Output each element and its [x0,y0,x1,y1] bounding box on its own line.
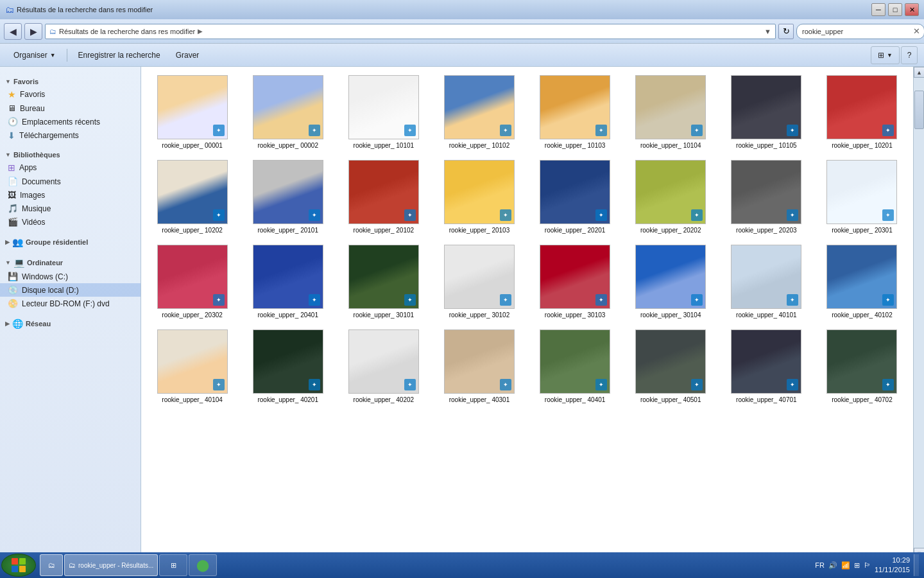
burn-button[interactable]: Graver [169,46,207,64]
sidebar-header-network[interactable]: ▶ 🌐 Réseau [0,315,141,331]
thumb-overlay-icon: ✦ [691,294,703,306]
back-button[interactable]: ◀ [4,23,22,40]
sidebar-header-homegroup[interactable]: ▶ 👥 Groupe résidentiel [0,234,141,249]
clock[interactable]: 10:29 11/11/2015 [875,556,910,575]
address-path[interactable]: 🗂 Résultats de la recherche dans res mod… [45,24,776,39]
taskbar-chrome-button[interactable]: ⬤ [189,554,217,576]
file-name: rookie_upper_ 20202 [640,226,701,234]
sidebar-header-favorites[interactable]: ▼ Favoris [0,74,141,87]
search-input[interactable] [796,24,924,39]
sidebar-section-favorites: ▼ Favoris ★ Favoris 🖥 Bureau 🕐 Emplaceme… [0,72,141,145]
minimize-button[interactable]: ─ [871,3,886,16]
file-item[interactable]: ✦rookie_upper_ 40501 [625,326,717,407]
file-item[interactable]: ✦rookie_upper_ 30102 [433,241,525,322]
favorites-label: Favoris [13,78,38,85]
file-thumbnail: ✦ [826,245,897,309]
sidebar-item-bureau[interactable]: 🖥 Bureau [0,101,141,115]
file-item[interactable]: ✦rookie_upper_ 40202 [338,326,429,407]
thumb-overlay-icon: ✦ [213,294,225,306]
triangle-icon-home: ▶ [5,239,10,245]
file-name: rookie_upper_ 20102 [354,226,415,234]
sidebar-item-videos[interactable]: 🎬 Vidéos [0,215,141,229]
file-item[interactable]: ✦rookie_upper_ 10104 [625,72,717,153]
organize-button[interactable]: Organiser ▼ [6,46,63,64]
save-search-button[interactable]: Enregistrer la recherche [71,46,167,64]
address-bar: ◀ ▶ 🗂 Résultats de la recherche dans res… [0,19,924,44]
file-item[interactable]: ✦rookie_upper_ 20103 [433,157,525,238]
file-name: rookie_upper_ 10101 [354,141,415,150]
taskbar-explorer-button[interactable]: 🗂 [40,554,63,576]
file-item[interactable]: ✦rookie_upper_ 20401 [242,241,334,322]
organize-arrow-icon: ▼ [50,52,56,58]
scroll-thumb[interactable] [914,91,924,129]
file-item[interactable]: ✦rookie_upper_ 00002 [242,72,334,153]
file-item[interactable]: ✦rookie_upper_ 10105 [721,72,812,153]
sidebar-item-apps[interactable]: ⊞ Apps [0,161,141,175]
close-button[interactable]: ✕ [905,3,919,16]
file-item[interactable]: ✦rookie_upper_ 40201 [242,326,334,407]
file-item[interactable]: ✦rookie_upper_ 40702 [816,326,908,407]
file-item[interactable]: ✦rookie_upper_ 20102 [338,157,429,238]
sidebar-item-music[interactable]: 🎵 Musique [0,202,141,215]
file-thumbnail: ✦ [253,75,323,139]
file-thumbnail: ✦ [635,75,706,139]
sidebar-header-libraries[interactable]: ▼ Bibliothèques [0,148,141,161]
file-item[interactable]: ✦rookie_upper_ 20302 [146,241,238,322]
file-item[interactable]: ✦rookie_upper_ 20203 [721,157,812,238]
start-button[interactable] [1,554,36,577]
file-thumbnail: ✦ [157,75,228,139]
file-item[interactable]: ✦rookie_upper_ 20202 [625,157,717,238]
tray-volume-icon[interactable]: 🔊 [828,561,837,570]
file-item[interactable]: ✦rookie_upper_ 40104 [146,326,238,407]
sidebar-header-computer[interactable]: ▼ 💻 Ordinateur [0,254,141,270]
thumb-overlay-icon: ✦ [882,379,894,390]
file-item[interactable]: ✦rookie_upper_ 30103 [529,241,621,322]
sidebar-label-images: Images [20,191,45,200]
help-button[interactable]: ? [901,46,918,64]
scroll-track[interactable] [914,78,924,548]
taskbar-window-button[interactable]: 🗂 rookie_upper - Résultats... [64,554,158,576]
thumb-overlay-icon: ✦ [213,125,225,136]
scroll-arrow-up[interactable]: ▲ [914,67,924,78]
file-item[interactable]: ✦rookie_upper_ 20301 [816,157,908,238]
sidebar-item-recent[interactable]: 🕐 Emplacements récents [0,115,141,128]
file-item[interactable]: ✦rookie_upper_ 40101 [721,241,812,322]
file-item[interactable]: ✦rookie_upper_ 10102 [433,72,525,153]
file-item[interactable]: ✦rookie_upper_ 30104 [625,241,717,322]
sidebar-item-documents[interactable]: 📄 Documents [0,175,141,188]
tray-windows-icon[interactable]: ⊞ [854,561,860,570]
file-item[interactable]: ✦rookie_upper_ 40401 [529,326,621,407]
search-clear-icon[interactable]: ✕ [913,26,920,36]
file-item[interactable]: ✦rookie_upper_ 10201 [816,72,908,153]
refresh-button[interactable]: ↻ [778,24,794,39]
file-item[interactable]: ✦rookie_upper_ 10202 [146,157,238,238]
dropdown-arrow[interactable]: ▼ [764,28,771,35]
sidebar-item-favorites[interactable]: ★ Favoris [0,87,141,101]
file-item[interactable]: ✦rookie_upper_ 40102 [816,241,908,322]
file-name: rookie_upper_ 20103 [449,226,510,234]
file-name: rookie_upper_ 20302 [162,311,223,319]
file-item[interactable]: ✦rookie_upper_ 20201 [529,157,621,238]
file-item[interactable]: ✦rookie_upper_ 30101 [338,241,429,322]
sidebar-item-downloads[interactable]: ⬇ Téléchargements [0,128,141,143]
sidebar-item-dvd-f[interactable]: 📀 Lecteur BD-ROM (F:) dvd [0,297,141,310]
maximize-button[interactable]: □ [888,3,902,16]
tray-network-icon[interactable]: 📶 [841,561,850,570]
scrollbar[interactable]: ▲ ▼ [913,67,924,559]
show-desktop-button[interactable] [914,554,919,576]
file-item[interactable]: ✦rookie_upper_ 10101 [338,72,429,153]
file-item[interactable]: ✦rookie_upper_ 40701 [721,326,812,407]
taskbar-apps-button[interactable]: ⊞ [159,554,187,576]
view-button[interactable]: ⊞ ▼ [871,46,900,64]
homegroup-icon: 👥 [12,237,23,247]
file-item[interactable]: ✦rookie_upper_ 10103 [529,72,621,153]
file-item[interactable]: ✦rookie_upper_ 40301 [433,326,525,407]
forward-button[interactable]: ▶ [24,23,42,40]
sidebar-item-windows-c[interactable]: 💾 Windows (C:) [0,270,141,283]
explorer-icon: 🗂 [48,561,55,569]
sidebar-item-images[interactable]: 🖼 Images [0,188,141,202]
dvd-icon: 📀 [8,299,18,308]
file-item[interactable]: ✦rookie_upper_ 00001 [146,72,238,153]
file-item[interactable]: ✦rookie_upper_ 20101 [242,157,334,238]
sidebar-item-disk-d[interactable]: 💿 Disque local (D:) [0,283,141,297]
